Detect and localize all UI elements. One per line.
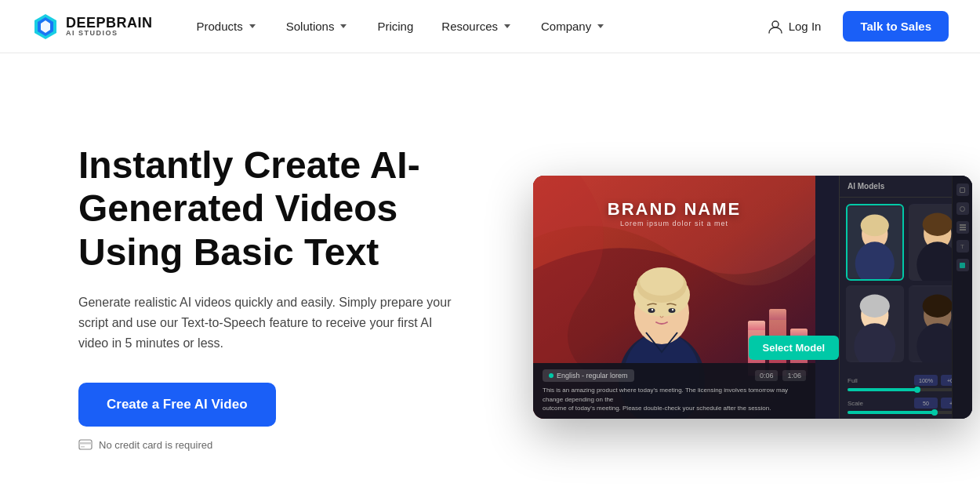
sidebar-icon-2[interactable]: [956, 202, 969, 215]
model-thumb-1[interactable]: [846, 204, 904, 281]
toolbar-top: English - regular lorem 0:06 1:06: [543, 369, 806, 382]
sidebar-icons: T: [952, 176, 972, 419]
svg-point-18: [672, 309, 673, 311]
svg-point-36: [922, 295, 952, 318]
time-badge: 0:06 1:06: [755, 370, 806, 381]
svg-point-16: [669, 308, 676, 313]
sidebar-icon-4[interactable]: T: [956, 240, 969, 252]
right-panel: AI Models: [839, 176, 972, 419]
svg-point-15: [648, 308, 655, 313]
svg-rect-5: [79, 442, 92, 445]
preview-toolbar: English - regular lorem 0:06 1:06 This i…: [533, 363, 815, 419]
preview-main: BRAND NAME Lorem ipsum dolor sit a met: [533, 176, 815, 419]
control-slider-scale: [848, 411, 964, 414]
credit-card-icon: [78, 439, 93, 450]
hero-subtitle: Generate realistic AI videos quickly and…: [78, 292, 455, 354]
sidebar-icon-3[interactable]: [956, 221, 969, 234]
nav-links: Products Solutions Pricing Resources Com…: [184, 13, 754, 39]
model-avatar-svg-1: [848, 205, 902, 279]
svg-point-14: [640, 267, 684, 296]
select-model-button[interactable]: Select Model: [749, 336, 839, 360]
model-thumb-3[interactable]: [846, 285, 904, 362]
logo-sub: AI STUDIOS: [66, 30, 153, 37]
brand-name-overlay: BRAND NAME Lorem ipsum dolor sit a met: [608, 199, 741, 227]
nav-pricing[interactable]: Pricing: [365, 13, 426, 39]
chevron-down-icon: [502, 21, 513, 32]
user-icon: [767, 18, 784, 35]
svg-rect-6: [81, 446, 85, 448]
nav-resources[interactable]: Resources: [429, 13, 525, 39]
navbar: DEEPBRAIN AI STUDIOS Products Solutions …: [0, 0, 980, 53]
nav-company[interactable]: Company: [528, 13, 619, 39]
logo-text: DEEPBRAIN AI STUDIOS: [66, 16, 153, 37]
svg-point-26: [922, 213, 952, 236]
svg-rect-4: [79, 440, 92, 449]
nav-solutions[interactable]: Solutions: [274, 13, 362, 39]
script-text: This is an amazing product where today's…: [543, 386, 806, 412]
chevron-down-icon: [338, 21, 349, 32]
hero-left: Instantly Create AI-Generated Videos Usi…: [78, 143, 486, 451]
login-button[interactable]: Log In: [754, 12, 834, 42]
logo-brand: DEEPBRAIN: [66, 16, 153, 30]
svg-point-17: [652, 309, 653, 311]
sidebar-icon-5[interactable]: [956, 259, 969, 271]
talk-sales-button[interactable]: Talk to Sales: [843, 11, 949, 42]
logo-icon: [31, 13, 60, 41]
model-avatar-svg-3: [846, 285, 904, 362]
chevron-down-icon: [595, 21, 606, 32]
hero-section: Instantly Create AI-Generated Videos Usi…: [0, 53, 980, 494]
hero-right: BRAND NAME Lorem ipsum dolor sit a met: [533, 176, 972, 419]
lang-badge: English - regular lorem: [543, 369, 634, 382]
create-free-video-button[interactable]: Create a Free AI Video: [78, 383, 276, 427]
nav-products[interactable]: Products: [184, 13, 270, 39]
logo[interactable]: DEEPBRAIN AI STUDIOS: [31, 13, 153, 41]
control-scale: Scale 50 +0: [848, 398, 964, 414]
svg-point-21: [861, 215, 889, 237]
brand-name-text: BRAND NAME: [608, 199, 741, 220]
control-full: Full 100% +0%: [848, 375, 964, 391]
sidebar-icon-1[interactable]: [956, 183, 969, 196]
lorem-text: Lorem ipsum dolor sit a met: [608, 220, 741, 227]
product-screenshot: BRAND NAME Lorem ipsum dolor sit a met: [533, 176, 972, 419]
control-slider-full: [848, 388, 964, 391]
chevron-down-icon: [247, 21, 258, 32]
svg-point-3: [772, 21, 779, 27]
nav-right: Log In Talk to Sales: [754, 11, 949, 42]
svg-point-31: [860, 295, 890, 318]
no-credit-row: No credit card is required: [78, 439, 486, 451]
hero-title: Instantly Create AI-Generated Videos Usi…: [78, 143, 486, 274]
